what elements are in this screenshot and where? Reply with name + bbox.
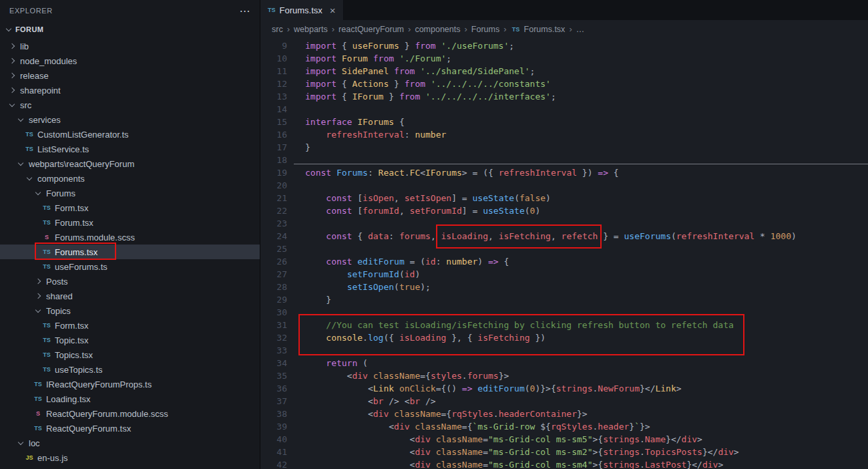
code-text (287, 154, 305, 166)
code-line-37[interactable]: 37 <br /> <br /> (260, 395, 868, 408)
code-line-19[interactable]: 19const Forums: React.FC<IForums> = ({ r… (260, 166, 868, 179)
code-line-41[interactable]: 41 <div className="ms-Grid-col ms-sm2">{… (260, 446, 868, 458)
tree-item-release[interactable]: release (0, 68, 260, 83)
code-line-9[interactable]: 9import { useForums } from './useForums'… (260, 39, 868, 52)
close-icon[interactable]: × (330, 5, 336, 15)
code-line-14[interactable]: 14 (260, 103, 868, 116)
code-line-23[interactable]: 23 (260, 217, 868, 230)
tree-item-ireactqueryforumprops-ts[interactable]: TSIReactQueryForumProps.ts (0, 377, 260, 392)
code-line-17[interactable]: 17} (260, 141, 868, 154)
code-line-28[interactable]: 28 setIsOpen(true); (260, 281, 868, 293)
code-text: <div className={styles.forums}> (287, 369, 509, 382)
breadcrumb-item-item[interactable]: … (576, 25, 585, 34)
tree-item-shared[interactable]: shared (0, 289, 260, 303)
section-header-forum[interactable]: FORUM (0, 21, 260, 37)
tree-item-label: Form.tsx (55, 321, 89, 331)
tree-item-node-modules[interactable]: node_modules (0, 53, 260, 68)
breadcrumb-item-reactqueryforum[interactable]: reactQueryForum (339, 25, 404, 34)
chevron-down-icon (15, 163, 26, 165)
ts-file-icon: TS (41, 204, 52, 211)
code-line-11[interactable]: 11import SidePanel from '../shared/SideP… (260, 65, 868, 77)
tree-item-reactqueryforum-module-scss[interactable]: SReactQueryForum.module.scss (0, 406, 260, 421)
tree-item-src[interactable]: src (0, 98, 260, 112)
tree-item-posts[interactable]: Posts (0, 274, 260, 289)
code-line-38[interactable]: 38 <div className={rqStyles.headerContai… (260, 408, 868, 420)
code-line-27[interactable]: 27 setForumId(id) (260, 268, 868, 281)
line-number: 31 (260, 319, 287, 331)
code-line-16[interactable]: 16 refreshInterval: number (260, 128, 868, 141)
code-line-42[interactable]: 42 <div className="ms-Grid-col ms-sm4">{… (260, 458, 868, 469)
tree-item-services[interactable]: services (0, 112, 260, 127)
code-line-34[interactable]: 34 return ( (260, 357, 868, 369)
tree-item-form-tsx[interactable]: TSForm.tsx (0, 200, 260, 215)
tree-item-reactqueryforum-tsx[interactable]: TSReactQueryForum.tsx (0, 421, 260, 436)
tree-item-form-tsx[interactable]: TSForm.tsx (0, 318, 260, 333)
code-line-40[interactable]: 40 <div className="ms-Grid-col ms-sm5">{… (260, 433, 868, 446)
tree-item-label: src (20, 100, 31, 110)
code-line-21[interactable]: 21 const [isOpen, setIsOpen] = useState(… (260, 192, 868, 204)
line-number: 18 (260, 154, 287, 166)
code-line-13[interactable]: 13import { IForum } from '../../../../in… (260, 90, 868, 103)
breadcrumb: src›webparts›reactQueryForum›components›… (260, 20, 868, 38)
tree-item-webparts-reactqueryforum[interactable]: webparts\reactQueryForum (0, 156, 260, 171)
code-line-35[interactable]: 35 <div className={styles.forums}> (260, 369, 868, 382)
section-label: FORUM (15, 25, 43, 33)
line-number: 12 (260, 77, 287, 90)
tree-item-en-us-js[interactable]: JSen-us.js (0, 450, 260, 465)
line-number: 17 (260, 141, 287, 154)
tree-item-forums-tsx[interactable]: TSForums.tsx (0, 245, 260, 259)
code-line-29[interactable]: 29 } (260, 293, 868, 306)
code-line-15[interactable]: 15interface IForums { (260, 116, 868, 128)
tree-item-usetopics-ts[interactable]: TSuseTopics.ts (0, 362, 260, 377)
tree-item-loc[interactable]: loc (0, 436, 260, 450)
tree-item-components[interactable]: components (0, 171, 260, 186)
js-file-icon: JS (24, 454, 35, 461)
code-line-32[interactable]: 32 console.log({ isLoading }, { isFetchi… (260, 331, 868, 344)
code-editor[interactable]: 9import { useForums } from './useForums'… (260, 38, 868, 469)
tree-item-label: Topics (46, 306, 71, 316)
tab-forums-tsx[interactable]: TS Forums.tsx × (260, 0, 344, 20)
code-line-39[interactable]: 39 <div className={`ms-Grid-row ${rqStyl… (260, 420, 868, 433)
breadcrumb-item-components[interactable]: components (415, 25, 460, 34)
ts-file-icon: TS (41, 322, 52, 329)
tree-item-listservice-ts[interactable]: TSListService.ts (0, 142, 260, 156)
tree-item-label: Topics.tsx (55, 350, 93, 360)
line-number: 22 (260, 204, 287, 217)
tree-item-loading-tsx[interactable]: TSLoading.tsx (0, 392, 260, 406)
tree-item-label: en-us.js (37, 453, 68, 463)
tree-item-sharepoint[interactable]: sharepoint (0, 83, 260, 98)
code-line-10[interactable]: 10import Forum from './Forum'; (260, 52, 868, 65)
code-line-12[interactable]: 12import { Actions } from '../../../../c… (260, 77, 868, 90)
tree-item-topics[interactable]: Topics (0, 303, 260, 318)
chevron-right-icon (33, 294, 43, 298)
code-line-24[interactable]: 24 const { data: forums, isLoading, isFe… (260, 230, 868, 243)
ts-file-icon: TS (268, 7, 276, 13)
code-line-25[interactable]: 25 (260, 243, 868, 255)
tree-item-topic-tsx[interactable]: TSTopic.tsx (0, 333, 260, 347)
breadcrumb-item-src[interactable]: src (272, 25, 283, 34)
code-line-20[interactable]: 20 (260, 179, 868, 192)
code-text: } (287, 293, 331, 306)
line-number: 33 (260, 344, 287, 357)
code-line-18[interactable]: 18 (260, 154, 868, 166)
line-number: 39 (260, 420, 287, 433)
code-text: const Forums: React.FC<IForums> = ({ ref… (287, 166, 619, 179)
code-line-36[interactable]: 36 <Link onClick={() => editForum(0)}>{s… (260, 382, 868, 395)
tree-item-lib[interactable]: lib (0, 39, 260, 53)
code-line-22[interactable]: 22 const [forumId, setForumId] = useStat… (260, 204, 868, 217)
code-line-30[interactable]: 30 (260, 306, 868, 319)
more-actions-icon[interactable]: ⋯ (239, 5, 250, 17)
breadcrumb-item-forums-tsx[interactable]: TSForums.tsx (511, 25, 566, 34)
breadcrumb-item-webparts[interactable]: webparts (294, 25, 328, 34)
code-line-33[interactable]: 33 (260, 344, 868, 357)
code-line-26[interactable]: 26 const editForum = (id: number) => { (260, 255, 868, 268)
tree-item-forums[interactable]: Forums (0, 186, 260, 200)
tree-item-useforums-ts[interactable]: TSuseForums.ts (0, 259, 260, 274)
breadcrumb-item-forums[interactable]: Forums (471, 25, 499, 34)
code-line-31[interactable]: 31 //You can test isLoading/isFetching b… (260, 319, 868, 331)
tree-item-customlistgenerator-ts[interactable]: TSCustomListGenerator.ts (0, 127, 260, 142)
tree-item-forum-tsx[interactable]: TSForum.tsx (0, 215, 260, 230)
tree-item-forums-module-scss[interactable]: SForums.module.scss (0, 230, 260, 245)
tree-item-topics-tsx[interactable]: TSTopics.tsx (0, 347, 260, 362)
line-number: 10 (260, 52, 287, 65)
